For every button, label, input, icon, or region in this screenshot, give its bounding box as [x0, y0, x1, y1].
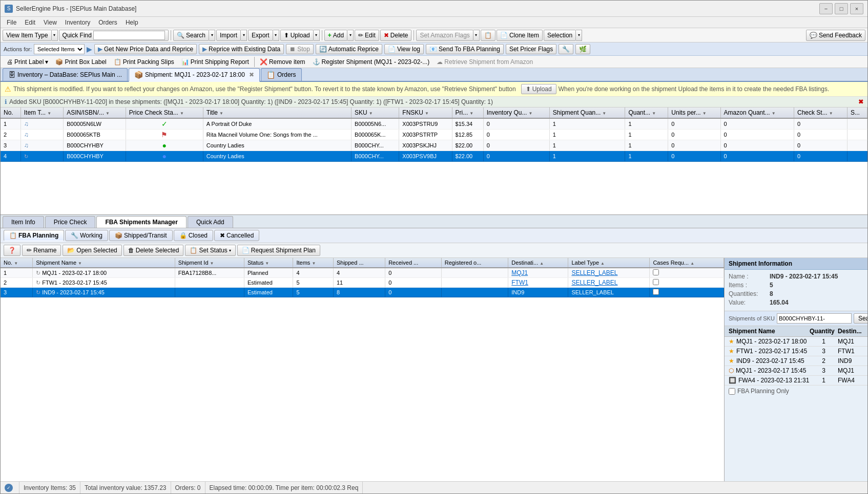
send-to-fba-button[interactable]: 📧 Send To FBA Planning [426, 44, 504, 54]
table-row[interactable]: 2 ♫ B000065KTB ⚑ Rita Macneil Volume One… [1, 130, 867, 140]
fba-request-plan-button[interactable]: 📄 Request Shipment Plan [237, 245, 320, 256]
subtab-cancelled[interactable]: ✖ Cancelled [214, 230, 259, 241]
list-item[interactable]: ★ IND9 - 2023-02-17 15:45 2 IND9 [725, 356, 867, 366]
list-item[interactable]: ★ FTW1 - 2023-02-17 15:45 3 FTW1 [725, 347, 867, 356]
table-row[interactable]: 1 ♫ B00005N6LW ✓ A Portrait Of Duke B000… [1, 118, 867, 130]
list-item[interactable]: ★ MQJ1 - 2023-02-17 18:00 1 MQJ1 [725, 337, 867, 347]
list-item[interactable]: 2 ↻ FTW1 - 2023-02-17 15:45 Estimated 5 … [1, 278, 724, 288]
ship-col-destination[interactable]: Destinati... ▲ [508, 258, 568, 268]
set-amazon-flags-button[interactable]: Set Amazon Flags [416, 30, 473, 41]
list-item[interactable]: ⬡ MQJ1 - 2023-02-17 15:45 3 MQJ1 [725, 366, 867, 376]
add-arrow[interactable]: ▾ [347, 30, 354, 41]
maximize-button[interactable]: □ [835, 3, 848, 14]
search-button[interactable]: 🔍 Search [173, 30, 209, 41]
menu-view[interactable]: View [39, 18, 61, 27]
remove-item-button[interactable]: ❌ Remove item [257, 57, 308, 67]
menu-inventory[interactable]: Inventory [61, 18, 94, 27]
list-item[interactable]: 1 ↻ MQJ1 - 2023-02-17 18:00 FBA17128B8..… [1, 268, 724, 278]
export-button[interactable]: Export [248, 30, 273, 41]
edit-button[interactable]: ✏ Edit [355, 30, 379, 41]
col-no[interactable]: No. [1, 108, 20, 118]
view-log-button[interactable]: 📄 View log [384, 44, 424, 54]
add-button[interactable]: + Add [324, 30, 347, 41]
close-button[interactable]: × [850, 3, 863, 14]
search-dropdown[interactable]: 🔍 Search ▾ [173, 30, 215, 41]
retrieve-shipment-button[interactable]: ☁ Retrieve Shipment from Amazon [433, 57, 536, 67]
quick-find-button[interactable]: Quick Find [59, 30, 169, 41]
dest-link[interactable]: MQJ1 [511, 269, 528, 276]
label-link[interactable]: SELLER_LABEL [571, 279, 617, 286]
col-sku[interactable]: SKU ▼ [352, 108, 399, 118]
table-row[interactable]: 4 ↻ B000CHYHBY ● Country Ladies B000CHY.… [1, 151, 867, 162]
tab-fba-shipments[interactable]: FBA Shipments Manager [96, 216, 187, 228]
subtab-closed[interactable]: 🔒 Closed [174, 230, 213, 241]
col-qty[interactable]: Quant... ▼ [625, 108, 668, 118]
get-new-price-button[interactable]: ▶ Get New Price Data and Reprice [94, 44, 197, 54]
set-amazon-flags-arrow[interactable]: ▾ [473, 30, 480, 41]
clone-item-button[interactable]: 📄 Clone Item [497, 30, 543, 41]
cases-checkbox[interactable] [653, 269, 659, 275]
fba-planning-only-checkbox[interactable] [729, 388, 735, 395]
cases-checkbox[interactable] [653, 289, 659, 295]
upload-dropdown[interactable]: ⬆ Upload ▾ [280, 30, 320, 41]
upload-button[interactable]: ⬆ Upload [280, 30, 314, 41]
list-item[interactable]: 🔲 FWA4 - 2023-02-13 21:31 1 FWA4 [725, 376, 867, 385]
menu-orders[interactable]: Orders [94, 18, 121, 27]
subtab-fba-planning[interactable]: 📋 FBA Planning [4, 230, 64, 241]
ship-col-status[interactable]: Status ▼ [244, 258, 293, 268]
view-item-type-dropdown[interactable]: View Item Type ▾ [3, 30, 58, 41]
toolbar-extra-button[interactable]: 📋 [481, 30, 495, 41]
selection-dropdown[interactable]: Selection ▾ [544, 30, 582, 41]
import-arrow[interactable]: ▾ [241, 30, 247, 41]
reprice-existing-button[interactable]: ▶ Reprice with Existing Data [199, 44, 284, 54]
cases-checkbox[interactable] [653, 279, 659, 285]
export-dropdown[interactable]: Export ▾ [248, 30, 279, 41]
ship-col-no[interactable]: No. ▼ [1, 258, 33, 268]
menu-edit[interactable]: Edit [20, 18, 39, 27]
pricer-extra-btn[interactable]: 🔧 [559, 44, 573, 54]
upload-arrow[interactable]: ▾ [314, 30, 320, 41]
col-title[interactable]: Title ▼ [203, 108, 351, 118]
ship-col-received[interactable]: Received ... [385, 258, 442, 268]
actions-select[interactable]: Selected Items [34, 44, 85, 54]
set-pricer-flags-button[interactable]: Set Pricer Flags [506, 44, 556, 54]
col-inv-qty[interactable]: Inventory Qu... ▼ [483, 108, 549, 118]
sku-search-button[interactable]: Search [854, 313, 867, 324]
col-amazon-qty[interactable]: Amazon Quant... ▼ [720, 108, 794, 118]
view-item-type-arrow[interactable]: ▾ [52, 30, 58, 41]
fba-open-selected-button[interactable]: 📂 Open Selected [63, 245, 121, 256]
table-row[interactable]: 3 ♫ B000CHYHBY ● Country Ladies B000CHY.… [1, 140, 867, 151]
list-item[interactable]: 3 ↻ IND9 - 2023-02-17 15:45 Estimated 5 … [1, 288, 724, 297]
ship-col-name[interactable]: Shipment Name ▼ [33, 258, 175, 268]
col-units-per[interactable]: Units per... ▼ [668, 108, 720, 118]
import-button[interactable]: Import [216, 30, 241, 41]
ship-col-items[interactable]: Items ▼ [293, 258, 333, 268]
upload-action-button[interactable]: ⬆ Upload [521, 84, 556, 94]
subtab-working[interactable]: 🔧 Working [65, 230, 108, 241]
status-indicator-icon[interactable]: ✓ [5, 484, 13, 492]
print-box-label-button[interactable]: 📦 Print Box Label [52, 57, 109, 67]
import-dropdown[interactable]: Import ▾ [216, 30, 247, 41]
auto-reprice-button[interactable]: 🔄 Automatic Reprice [316, 44, 382, 54]
register-shipment-button[interactable]: ⚓ Register Shipment (MQJ1 - 2023-02-...) [309, 57, 433, 67]
dest-link[interactable]: FTW1 [511, 279, 528, 286]
fba-set-status-dropdown[interactable]: 📋 Set Status ▾ [185, 245, 235, 256]
minimize-button[interactable]: − [819, 3, 833, 14]
search-arrow[interactable]: ▾ [209, 30, 215, 41]
col-ship-qty[interactable]: Shipment Quan... ▼ [549, 108, 625, 118]
view-item-type-button[interactable]: View Item Type [3, 30, 52, 41]
ship-col-shipped[interactable]: Shipped ... [333, 258, 385, 268]
print-label-dropdown[interactable]: 🖨 Print Label ▾ [4, 57, 51, 67]
sku-search-input[interactable] [777, 313, 852, 324]
stop-button[interactable]: ⏹ Stop [286, 44, 314, 54]
col-s[interactable]: S... [847, 108, 867, 118]
col-asin[interactable]: ASIN/ISBN/... ▼ [64, 108, 126, 118]
fba-delete-selected-button[interactable]: 🗑 Delete Selected [123, 245, 184, 256]
quick-find-input[interactable] [93, 31, 165, 40]
tab-quick-add[interactable]: Quick Add [188, 216, 233, 228]
col-item-type[interactable]: Item T... ▼ [20, 108, 64, 118]
tab-item-info[interactable]: Item Info [3, 216, 44, 228]
col-fnsku[interactable]: FNSKU ▼ [399, 108, 452, 118]
selection-button[interactable]: Selection [544, 30, 576, 41]
ship-col-registered[interactable]: Registered o... [441, 258, 508, 268]
